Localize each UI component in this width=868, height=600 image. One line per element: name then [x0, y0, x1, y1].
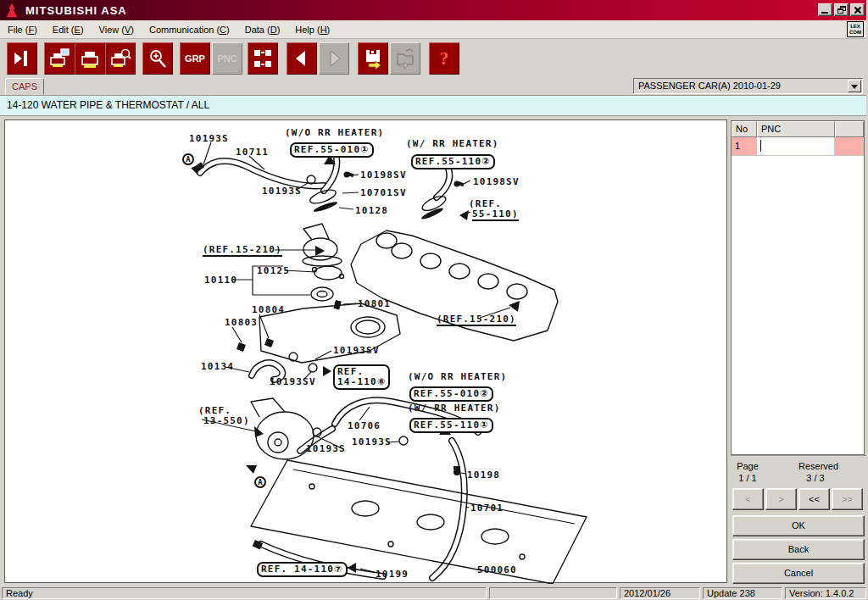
page-next-button: > [765, 488, 797, 510]
row-extra-cell[interactable] [835, 137, 864, 156]
close-button[interactable] [850, 3, 865, 16]
reserved-next-button: >> [832, 488, 863, 510]
grp-button[interactable]: GRP [180, 42, 210, 75]
help-button[interactable]: ? [429, 42, 459, 75]
diagram-label: A [182, 153, 194, 165]
window-title: MITSUBISHI ASA [25, 4, 127, 17]
parts-diagram[interactable]: 10193SA10711(W/O RR HEATER)REF.55-010①(W… [4, 119, 727, 583]
diagram-label: REF. 14-110⑧ [333, 364, 390, 390]
print-button[interactable] [75, 42, 105, 75]
left-arrow-icon [291, 47, 313, 69]
main-area: 10193SA10711(W/O RR HEATER)REF.55-010①(W… [0, 116, 868, 586]
folder-export-icon [394, 47, 416, 69]
column-header-extra [835, 121, 864, 137]
diagram-label: 10193S [262, 186, 302, 196]
menu-item-0[interactable]: File (F) [0, 22, 45, 37]
diagram-label: 10804 [252, 305, 285, 314]
diagram-label: 13-550) [203, 416, 250, 425]
diagram-label: 10198SV [360, 170, 407, 180]
diagram-label: (REF. [198, 406, 231, 415]
forward-nav-button [319, 42, 349, 75]
help-icon: ? [440, 47, 449, 69]
diagram-label: 10128 [355, 206, 388, 215]
diagram-label: 10701 [470, 503, 504, 513]
diagram-label: 10701SV [360, 188, 407, 197]
catalog-tab-row: CAPS PASSENGER CAR(A) 2010-01-29 [0, 76, 868, 95]
menu-item-1[interactable]: Edit (E) [45, 22, 92, 37]
page-prev-button: < [732, 488, 764, 510]
status-update: Update 238 [703, 587, 782, 599]
diagram-label: 10801 [358, 299, 391, 308]
multi-view-button[interactable] [248, 42, 278, 75]
diagram-label: (REF.15-210) [437, 314, 516, 326]
diagram-label: 10193S [189, 134, 229, 143]
text-caret [760, 140, 761, 152]
exit-button[interactable] [7, 42, 37, 75]
combobox-dropdown-button[interactable] [848, 80, 861, 92]
export-button [390, 42, 420, 75]
diagram-label: (REF. [469, 199, 502, 208]
print-setup-button[interactable] [44, 42, 75, 75]
pnc-table-header: No PNC [732, 121, 864, 137]
diagram-label: 55-110) [472, 209, 519, 221]
print-setup-icon [48, 47, 70, 69]
diagram-label: 10198 [467, 470, 500, 480]
diagram-label: 10193S [352, 437, 392, 447]
column-header-pnc: PNC [757, 121, 835, 137]
diagram-label: (W/O RR HEATER) [408, 372, 507, 381]
mitsubishi-logo-icon [3, 3, 20, 18]
save-button[interactable] [358, 42, 388, 75]
diagram-label: 10193S [306, 444, 346, 453]
column-header-no: No [732, 121, 757, 137]
status-empty [489, 587, 617, 599]
diagram-label: REF.55-010② [409, 386, 493, 402]
lexcom-badge: LEX COM [847, 21, 864, 37]
diagram-label: 500060 [477, 565, 517, 575]
back-nav-button[interactable] [287, 42, 317, 75]
exit-icon [11, 47, 33, 69]
title-bar: MITSUBISHI ASA [0, 0, 868, 20]
diagram-label: (W/O RR HEATER) [285, 128, 384, 137]
pnc-input[interactable] [757, 137, 835, 156]
catalog-combobox-value: PASSENGER CAR(A) 2010-01-29 [638, 81, 781, 91]
ok-button[interactable]: OK [732, 515, 865, 536]
diagram-label: 10134 [201, 362, 234, 371]
print-preview-button[interactable] [105, 42, 136, 75]
table-row[interactable]: 1 [732, 137, 864, 156]
toolbar: GRP PNC [0, 39, 868, 76]
minimize-icon [821, 12, 828, 14]
status-version: Version: 1.4.0.2 [785, 587, 866, 599]
diagram-label: (W/ RR HEATER) [406, 139, 499, 148]
status-date: 2012/01/26 [620, 587, 700, 599]
status-bar: Ready 2012/01/26 Update 238 Version: 1.4… [0, 586, 868, 600]
diagram-label: REF.55-110② [411, 154, 495, 169]
restore-button[interactable] [834, 3, 849, 16]
menu-item-4[interactable]: Data (D) [237, 22, 288, 37]
page-label-group: Page 1 / 1 [731, 460, 798, 484]
multi-view-icon [252, 47, 274, 69]
right-arrow-icon [323, 47, 345, 69]
row-number-cell[interactable]: 1 [732, 137, 757, 156]
catalog-combobox[interactable]: PASSENGER CAR(A) 2010-01-29 [633, 78, 863, 94]
pnc-table: No PNC 1 [731, 120, 865, 455]
menu-item-5[interactable]: Help (H) [287, 22, 337, 37]
menu-item-3[interactable]: Communication (C) [142, 22, 237, 37]
back-button[interactable]: Back [732, 539, 865, 560]
minimize-button[interactable] [818, 3, 832, 16]
status-message: Ready [2, 587, 487, 599]
page-label: Page [731, 460, 765, 472]
tab-caps[interactable]: CAPS [5, 78, 44, 95]
print-preview-icon [109, 47, 131, 69]
pnc-button: PNC [212, 42, 242, 75]
pager-section: Page 1 / 1 Reserved 3 / 3 < > << >> OK B… [731, 455, 866, 586]
diagram-label: 10193SV [333, 346, 380, 355]
menu-item-2[interactable]: View (V) [92, 22, 142, 37]
reserved-label: Reserved [798, 460, 832, 472]
zoom-button[interactable] [142, 42, 173, 75]
reserved-prev-button[interactable]: << [798, 488, 830, 510]
menubar: File (F)Edit (E)View (V)Communication (C… [0, 20, 868, 39]
app-window: MITSUBISHI ASA File (F)Edit (E)View (V)C… [0, 0, 868, 600]
diagram-label: 10711 [236, 147, 269, 157]
print-icon [79, 47, 101, 69]
cancel-button[interactable]: Cancel [732, 563, 865, 584]
